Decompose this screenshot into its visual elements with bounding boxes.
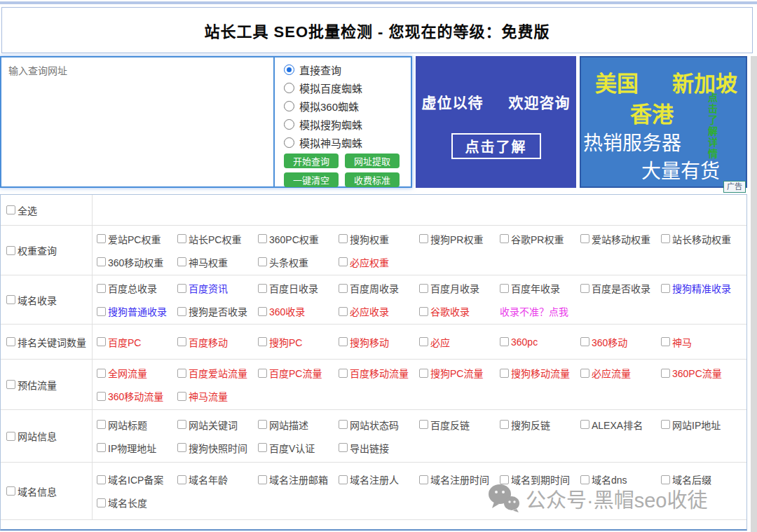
check-item[interactable]: 搜狗普通收录 (97, 304, 177, 318)
row-select-item[interactable]: 权重查询 (6, 243, 57, 257)
checkbox[interactable] (97, 234, 106, 243)
radio-mode[interactable]: 直接查询 (284, 60, 411, 79)
checkbox[interactable] (258, 284, 267, 293)
check-item[interactable]: 搜狗移动流量 (500, 366, 580, 380)
checkbox[interactable] (258, 337, 267, 346)
checkbox[interactable] (6, 295, 15, 304)
check-item[interactable]: 域名后缀 (661, 472, 742, 486)
radio-mode[interactable]: 模拟搜狗蜘蛛 (284, 115, 411, 133)
checkbox[interactable] (339, 257, 348, 266)
checkbox[interactable] (580, 475, 589, 484)
checkbox[interactable] (500, 337, 509, 346)
radio-mode[interactable]: 模拟360蜘蛛 (284, 97, 411, 115)
checkbox[interactable] (580, 420, 589, 429)
check-item[interactable]: 爱站PC权重 (97, 232, 177, 246)
check-item[interactable]: 神马权重 (177, 255, 258, 269)
check-item[interactable]: 网站标题 (97, 418, 177, 432)
radio-mode[interactable]: 模拟神马蜘蛛 (284, 133, 411, 151)
check-item[interactable]: 全网流量 (97, 366, 177, 380)
check-item[interactable]: 360移动 (580, 335, 661, 349)
check-item[interactable]: 网站状态码 (339, 418, 419, 432)
checkbox[interactable] (258, 443, 267, 452)
check-item[interactable]: 域名注册时间 (419, 472, 500, 486)
check-item[interactable]: 域名长度 (97, 496, 177, 510)
checkbox[interactable] (339, 234, 348, 243)
check-item[interactable]: 360收录 (258, 304, 339, 318)
checkbox[interactable] (97, 257, 106, 266)
checkbox[interactable] (419, 307, 428, 316)
ad-banner-consult[interactable]: 虚位以待 欢迎咨询 点击了解 (416, 56, 576, 188)
checkbox[interactable] (339, 307, 348, 316)
checkbox[interactable] (177, 443, 186, 452)
check-item[interactable]: 域名注册邮箱 (258, 472, 339, 486)
checkbox[interactable] (661, 234, 670, 243)
row-select-item[interactable]: 域名收录 (6, 293, 57, 307)
check-item[interactable]: 必应 (419, 335, 500, 349)
clear-all-button[interactable]: 一键清空 (284, 172, 339, 187)
checkbox[interactable] (97, 392, 106, 401)
check-item[interactable]: 百度爱站流量 (177, 366, 258, 380)
checkbox[interactable] (97, 420, 106, 429)
checkbox[interactable] (661, 284, 670, 293)
row-select-item[interactable]: 排名关键词数量 (6, 335, 86, 349)
checkbox[interactable] (177, 420, 186, 429)
check-item[interactable]: 360pc (500, 335, 580, 349)
check-item[interactable]: 导出链接 (339, 441, 419, 455)
ad-label-tag[interactable]: 广告 (723, 181, 746, 193)
checkbox[interactable] (661, 369, 670, 378)
ad-details-vertical-link[interactable]: 点击了解详情 (705, 93, 719, 160)
check-item[interactable]: 360移动流量 (97, 389, 177, 403)
checkbox[interactable] (500, 369, 509, 378)
check-item[interactable]: 搜狗精准收录 (661, 281, 742, 295)
url-input[interactable] (1, 57, 275, 186)
check-item[interactable]: 必应流量 (580, 366, 661, 380)
check-item[interactable]: 百度移动 (177, 335, 258, 349)
checkbox[interactable] (419, 284, 428, 293)
checkbox[interactable] (500, 475, 509, 484)
row-select-item[interactable]: 网站信息 (6, 429, 57, 443)
check-item[interactable]: 百度移动流量 (339, 366, 419, 380)
checkbox[interactable] (177, 307, 186, 316)
checkbox[interactable] (339, 443, 348, 452)
checkbox[interactable] (258, 234, 267, 243)
check-item[interactable]: 搜狗快照时间 (177, 441, 258, 455)
check-item[interactable]: 域名ICP备案 (97, 472, 177, 486)
checkbox[interactable] (6, 205, 15, 214)
checkbox[interactable] (6, 486, 15, 496)
checkbox[interactable] (339, 337, 348, 346)
right-scrollbar-strip[interactable] (751, 56, 757, 532)
radio-mode[interactable]: 模拟百度蜘蛛 (284, 79, 411, 97)
check-item[interactable]: 搜狗PR权重 (419, 232, 500, 246)
check-item[interactable]: 搜狗权重 (339, 232, 419, 246)
checkbox[interactable] (177, 475, 186, 484)
checkbox[interactable] (661, 475, 670, 484)
checkbox[interactable] (661, 337, 670, 346)
checkbox[interactable] (580, 369, 589, 378)
check-item[interactable]: 搜狗是否收录 (177, 304, 258, 318)
check-item[interactable]: 搜狗PC (258, 335, 339, 349)
checkbox[interactable] (6, 432, 15, 441)
checkbox[interactable] (6, 337, 15, 346)
extract-urls-button[interactable]: 网址提取 (345, 154, 400, 168)
check-item[interactable]: 爱站移动权重 (580, 232, 661, 246)
learn-more-button[interactable]: 点击了解 (451, 133, 541, 159)
checkbox[interactable] (580, 234, 589, 243)
check-item[interactable]: 百度V认证 (258, 441, 339, 455)
checkbox[interactable] (177, 284, 186, 293)
checkbox[interactable] (97, 498, 106, 507)
checkbox[interactable] (177, 392, 186, 401)
checkbox[interactable] (97, 284, 106, 293)
checkbox[interactable] (419, 234, 428, 243)
checkbox[interactable] (500, 420, 509, 429)
checkbox[interactable] (258, 257, 267, 266)
checkbox[interactable] (97, 307, 106, 316)
check-item[interactable]: 网站描述 (258, 418, 339, 432)
check-item[interactable]: 站长移动权重 (661, 232, 742, 246)
checkbox[interactable] (258, 307, 267, 316)
check-item[interactable]: 必应收录 (339, 304, 419, 318)
checkbox[interactable] (177, 369, 186, 378)
checkbox[interactable] (419, 369, 428, 378)
check-item[interactable]: 百度资讯 (177, 281, 258, 295)
check-item[interactable]: 域名注册人 (339, 472, 419, 486)
check-item[interactable]: 360PC流量 (661, 366, 742, 380)
